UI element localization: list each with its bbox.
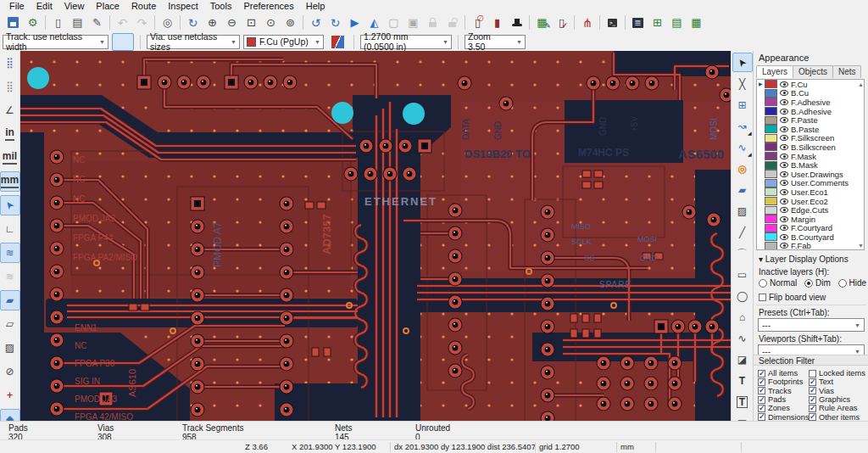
layer-row-f-cu[interactable]: ▶F.Cu — [757, 80, 864, 89]
radio-hide[interactable]: Hide — [838, 278, 867, 288]
layer-color-swatch[interactable] — [765, 80, 777, 88]
pcb-drawing[interactable]: ETHERNET PMOD A7 AD7357 AS610 DS18B20 TO… — [20, 51, 731, 421]
draw-bezier-button[interactable]: ∿ — [732, 328, 753, 348]
layer-row-f-adhesive[interactable]: F.Adhesive — [757, 98, 864, 107]
group-button[interactable]: ▢ — [384, 14, 403, 31]
layer-color-swatch[interactable] — [765, 215, 777, 223]
layer-row-edge-cuts[interactable]: Edge.Cuts — [757, 205, 864, 215]
mirror-vertical-button[interactable]: ◭ — [364, 14, 384, 31]
layer-row-b-courtyard[interactable]: B.Courtyard — [757, 232, 864, 242]
zone-display-fracture-button[interactable]: ▨ — [0, 338, 20, 358]
filter-locked-items[interactable]: Locked items — [809, 369, 866, 378]
visibility-eye-icon[interactable] — [780, 225, 788, 231]
show-ratsnest-button[interactable]: ≋ — [0, 243, 20, 263]
filter-footprints[interactable]: Footprints — [758, 378, 809, 386]
plugin-1-button[interactable]: ≣ — [628, 14, 648, 31]
checkbox[interactable] — [809, 370, 816, 378]
radio-normal[interactable]: Normal — [759, 278, 797, 288]
layer-color-swatch[interactable] — [765, 107, 777, 115]
layer-color-swatch[interactable] — [765, 197, 777, 205]
checkbox[interactable] — [809, 378, 816, 386]
filter-tracks[interactable]: Tracks — [758, 387, 809, 395]
filter-graphics[interactable]: Graphics — [809, 395, 866, 404]
filter-text[interactable]: Text — [809, 378, 866, 386]
visibility-eye-icon[interactable] — [780, 207, 788, 213]
draw-rectangle-button[interactable]: ▭ — [732, 265, 753, 284]
layer-pair-toggle[interactable] — [327, 34, 348, 50]
zone-display-outline-button[interactable]: ▱ — [0, 314, 20, 334]
layer-color-swatch[interactable] — [765, 232, 777, 241]
visibility-eye-icon[interactable] — [780, 109, 788, 115]
checkbox[interactable] — [758, 396, 765, 404]
visibility-eye-icon[interactable] — [780, 216, 788, 222]
plot-button[interactable]: ✎ — [87, 14, 107, 31]
tab-nets[interactable]: Nets — [832, 65, 862, 78]
polar-coordinates-button[interactable]: ∠ — [0, 100, 20, 120]
units-mils-button[interactable]: mil — [0, 148, 20, 168]
add-via-button[interactable]: ◎ — [732, 159, 753, 178]
visibility-eye-icon[interactable] — [780, 162, 788, 168]
three-d-viewer-button[interactable] — [507, 14, 526, 31]
plugin-3-button[interactable]: ▤ — [667, 14, 687, 31]
menu-route[interactable]: Route — [125, 0, 162, 13]
layer-list[interactable]: ▶F.CuB.CuF.AdhesiveB.AdhesiveF.PasteB.Pa… — [756, 79, 865, 250]
page-settings-button[interactable]: ▯ — [48, 14, 68, 31]
hide-ratsnest-button[interactable]: ≋ — [0, 266, 20, 287]
radio-dim[interactable]: Dim — [804, 278, 831, 288]
tune-track-length-button[interactable]: ∿◢ — [732, 137, 753, 157]
visibility-eye-icon[interactable] — [780, 234, 788, 240]
hide-drawing-sheet-button[interactable]: ▯ — [468, 14, 487, 31]
track-width-combo[interactable]: Track: use netclass width ▼ — [3, 35, 108, 49]
presets-select[interactable]: ---▼ — [758, 318, 865, 332]
flip-horizontal-button[interactable]: ▶ — [345, 14, 364, 31]
layer-row-b-cu[interactable]: B.Cu — [757, 89, 864, 98]
add-image-button[interactable]: ◪ — [732, 350, 753, 369]
visibility-eye-icon[interactable] — [780, 90, 788, 96]
board-setup-button[interactable]: ⚙ — [23, 14, 42, 31]
add-filled-zone-button[interactable]: ▰ — [732, 180, 753, 199]
visibility-eye-icon[interactable] — [780, 189, 788, 195]
layer-color-swatch[interactable] — [765, 125, 777, 133]
lock-button[interactable] — [423, 14, 442, 31]
layer-row-f-fab[interactable]: F.Fab — [757, 242, 864, 250]
visibility-eye-icon[interactable] — [780, 199, 788, 204]
add-footprint-button[interactable]: ⊞ — [732, 95, 753, 115]
track-posture-toggle[interactable] — [112, 33, 134, 51]
checkbox[interactable] — [758, 378, 765, 386]
draw-circle-button[interactable]: ◯ — [732, 286, 753, 305]
layer-row-b-adhesive[interactable]: B.Adhesive — [757, 107, 864, 116]
layer-color-swatch[interactable] — [765, 179, 777, 187]
checkbox[interactable] — [809, 405, 816, 412]
visibility-eye-icon[interactable] — [780, 126, 788, 132]
menu-edit[interactable]: Edit — [31, 0, 58, 13]
rotate-cw-button[interactable]: ↻ — [326, 14, 345, 31]
layer-color-swatch[interactable] — [765, 161, 777, 170]
unlock-button[interactable] — [442, 14, 462, 31]
zoom-objects-button[interactable]: ⊙ — [261, 14, 281, 31]
via-outline-mode-button[interactable]: ⊘ — [0, 361, 20, 382]
flip-board-checkbox[interactable]: Flip board view — [759, 293, 826, 302]
layer-row-f-paste[interactable]: F.Paste — [757, 115, 864, 125]
layer-color-swatch[interactable] — [765, 89, 777, 98]
print-button[interactable]: ▤ — [68, 14, 87, 31]
layer-row-f-mask[interactable]: F.Mask — [757, 152, 864, 161]
filter-rule-areas[interactable]: Rule Areas — [809, 404, 866, 412]
layer-row-b-silkscreen[interactable]: B.Silkscreen — [757, 143, 864, 152]
layer-row-user-eco2[interactable]: User.Eco2 — [757, 197, 864, 206]
draw-polygon-button[interactable]: ⌂ — [732, 307, 753, 327]
grid-visibility-button[interactable]: ⣿ — [0, 53, 20, 73]
route-tracks-button[interactable]: ↝◢ — [732, 116, 753, 136]
redo-button[interactable]: ↷ — [132, 14, 152, 31]
menu-file[interactable]: File — [3, 0, 31, 13]
menu-place[interactable]: Place — [90, 0, 125, 13]
visibility-eye-icon[interactable] — [780, 243, 788, 249]
zoom-out-button[interactable]: ⊖ — [222, 14, 242, 31]
visibility-eye-icon[interactable] — [780, 81, 788, 87]
menu-preferences[interactable]: Preferences — [237, 0, 299, 13]
zoom-combo[interactable]: Zoom 3.50 ▼ — [465, 35, 526, 49]
layer-color-swatch[interactable] — [765, 242, 777, 250]
layer-color-swatch[interactable] — [765, 152, 777, 160]
select-tool-button[interactable]: ➤ — [732, 53, 753, 72]
find-button[interactable]: ◎ — [158, 14, 177, 31]
zone-display-filled-button[interactable]: ▰ — [0, 290, 20, 310]
